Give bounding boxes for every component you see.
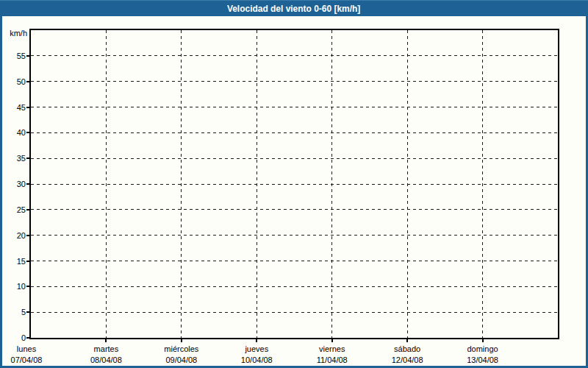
y-axis-tick-label: 35: [4, 153, 26, 163]
chart-panel: Velocidad del viento 0-60 [km/h] km/h 05…: [0, 0, 588, 368]
y-axis-tick: [26, 107, 29, 108]
y-axis-tick-label: 10: [4, 281, 26, 291]
y-axis-tick-label: 0: [4, 333, 26, 343]
v-gridline: [181, 30, 182, 338]
h-gridline: [31, 158, 558, 159]
y-axis-tick: [26, 158, 29, 159]
y-axis-tick-label: 30: [4, 179, 26, 189]
plot-area: [29, 29, 559, 339]
h-gridline: [31, 81, 558, 82]
chart-title: Velocidad del viento 0-60 [km/h]: [227, 3, 360, 14]
h-gridline: [31, 261, 558, 261]
y-axis-tick: [26, 261, 29, 262]
x-axis-date-label: 13/04/08: [439, 355, 527, 366]
h-gridline: [31, 55, 558, 56]
y-axis-tick: [26, 235, 29, 236]
v-gridline: [331, 30, 332, 338]
y-axis-tick: [26, 209, 29, 210]
y-axis-tick-label: 5: [4, 307, 26, 317]
title-bar: Velocidad del viento 0-60 [km/h]: [0, 0, 588, 16]
y-axis-tick: [26, 132, 29, 133]
h-gridline: [31, 312, 558, 313]
h-gridline: [31, 107, 558, 107]
x-axis-label: lunes07/04/08: [0, 344, 71, 366]
y-axis-tick: [26, 286, 29, 287]
y-axis-tick: [26, 337, 29, 339]
x-axis-tick: [331, 339, 333, 342]
h-gridline: [31, 209, 558, 210]
h-gridline: [31, 235, 558, 236]
y-axis-tick: [26, 55, 29, 57]
y-axis-tick: [26, 183, 29, 185]
x-axis-tick: [482, 339, 484, 342]
y-axis-tick-label: 15: [4, 256, 26, 266]
x-axis-day-label: domingo: [439, 344, 527, 355]
y-axis-tick: [26, 81, 29, 82]
x-axis-tick: [181, 339, 182, 342]
h-gridline: [31, 286, 558, 287]
x-axis-tick: [256, 339, 257, 342]
y-axis-tick-label: 50: [4, 77, 26, 87]
y-axis-tick-label: 20: [4, 230, 26, 241]
v-gridline: [106, 30, 107, 338]
y-axis-unit-label: km/h: [4, 28, 27, 38]
x-axis-tick: [105, 339, 107, 342]
y-axis-tick-label: 25: [4, 205, 26, 215]
x-axis-day-label: lunes: [0, 344, 71, 355]
v-gridline: [407, 30, 408, 338]
x-axis-label: domingo13/04/08: [439, 344, 527, 366]
h-gridline: [31, 184, 558, 185]
x-axis-date-label: 07/04/08: [0, 355, 71, 366]
y-axis-tick-label: 40: [4, 127, 26, 138]
y-axis-tick-label: 55: [4, 51, 26, 61]
y-axis-tick: [26, 311, 29, 313]
v-gridline: [482, 30, 483, 338]
v-gridline: [257, 30, 257, 338]
x-axis-tick: [406, 339, 408, 342]
h-gridline: [31, 132, 558, 133]
y-axis-tick-label: 45: [4, 102, 26, 113]
